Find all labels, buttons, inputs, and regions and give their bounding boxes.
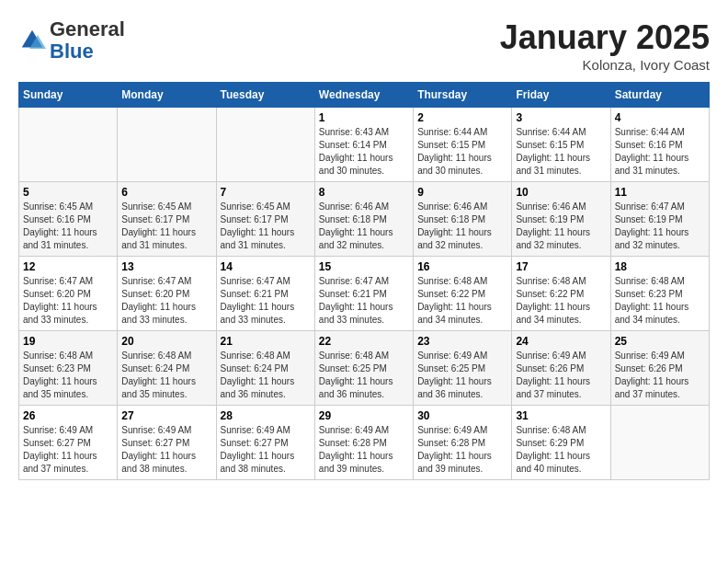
day-info: Sunrise: 6:49 AM Sunset: 6:28 PM Dayligh… [319,424,409,476]
day-info: Sunrise: 6:48 AM Sunset: 6:22 PM Dayligh… [516,275,606,327]
day-number: 16 [417,260,507,273]
day-info: Sunrise: 6:49 AM Sunset: 6:26 PM Dayligh… [615,350,705,401]
weekday-header-tuesday: Tuesday [216,83,314,108]
day-number: 5 [23,186,113,199]
day-number: 14 [221,260,311,273]
day-info: Sunrise: 6:49 AM Sunset: 6:27 PM Dayligh… [23,424,113,476]
calendar-cell: 11Sunrise: 6:47 AM Sunset: 6:19 PM Dayli… [610,182,709,257]
calendar-cell: 21Sunrise: 6:48 AM Sunset: 6:24 PM Dayli… [216,331,314,406]
day-info: Sunrise: 6:46 AM Sunset: 6:18 PM Dayligh… [417,201,507,252]
calendar-header: SundayMondayTuesdayWednesdayThursdayFrid… [19,83,710,108]
day-info: Sunrise: 6:48 AM Sunset: 6:29 PM Dayligh… [516,424,606,476]
weekday-header-saturday: Saturday [610,83,709,108]
calendar-cell: 25Sunrise: 6:49 AM Sunset: 6:26 PM Dayli… [610,331,709,406]
day-number: 22 [319,335,409,348]
calendar-cell: 6Sunrise: 6:45 AM Sunset: 6:17 PM Daylig… [118,182,216,257]
weekday-header-row: SundayMondayTuesdayWednesdayThursdayFrid… [19,83,710,108]
logo-text: General Blue [50,18,125,63]
day-info: Sunrise: 6:43 AM Sunset: 6:14 PM Dayligh… [319,126,409,178]
day-info: Sunrise: 6:48 AM Sunset: 6:24 PM Dayligh… [221,350,311,401]
calendar-cell: 26Sunrise: 6:49 AM Sunset: 6:27 PM Dayli… [19,406,118,480]
day-number: 29 [319,409,409,422]
day-info: Sunrise: 6:44 AM Sunset: 6:15 PM Dayligh… [417,126,507,178]
calendar-cell: 30Sunrise: 6:49 AM Sunset: 6:28 PM Dayli… [414,406,512,480]
calendar-cell: 16Sunrise: 6:48 AM Sunset: 6:22 PM Dayli… [414,257,512,331]
calendar-cell: 27Sunrise: 6:49 AM Sunset: 6:27 PM Dayli… [118,406,216,480]
calendar-cell: 14Sunrise: 6:47 AM Sunset: 6:21 PM Dayli… [216,257,314,331]
day-number: 25 [615,335,705,348]
day-number: 19 [23,335,113,348]
calendar-cell: 10Sunrise: 6:46 AM Sunset: 6:19 PM Dayli… [512,182,610,257]
calendar-table: SundayMondayTuesdayWednesdayThursdayFrid… [18,82,710,480]
calendar-cell: 28Sunrise: 6:49 AM Sunset: 6:27 PM Dayli… [216,406,314,480]
weekday-header-monday: Monday [118,83,216,108]
day-number: 13 [121,260,211,273]
calendar-cell [216,108,314,182]
calendar-cell: 29Sunrise: 6:49 AM Sunset: 6:28 PM Dayli… [314,406,413,480]
day-info: Sunrise: 6:44 AM Sunset: 6:15 PM Dayligh… [516,126,606,178]
calendar-body: 1Sunrise: 6:43 AM Sunset: 6:14 PM Daylig… [19,108,710,480]
logo: General Blue [18,18,125,63]
calendar-cell: 24Sunrise: 6:49 AM Sunset: 6:26 PM Dayli… [512,331,610,406]
day-number: 30 [417,409,507,422]
calendar-week-5: 26Sunrise: 6:49 AM Sunset: 6:27 PM Dayli… [19,406,710,480]
calendar-cell: 5Sunrise: 6:45 AM Sunset: 6:16 PM Daylig… [19,182,118,257]
calendar-cell: 15Sunrise: 6:47 AM Sunset: 6:21 PM Dayli… [314,257,413,331]
day-info: Sunrise: 6:46 AM Sunset: 6:18 PM Dayligh… [319,201,409,252]
day-info: Sunrise: 6:49 AM Sunset: 6:27 PM Dayligh… [221,424,311,476]
day-number: 31 [516,409,606,422]
day-info: Sunrise: 6:48 AM Sunset: 6:23 PM Dayligh… [615,275,705,327]
calendar-cell [118,108,216,182]
day-info: Sunrise: 6:47 AM Sunset: 6:20 PM Dayligh… [23,275,113,327]
logo-general: General [50,17,125,40]
day-info: Sunrise: 6:46 AM Sunset: 6:19 PM Dayligh… [516,201,606,252]
day-info: Sunrise: 6:48 AM Sunset: 6:24 PM Dayligh… [121,350,211,401]
calendar-week-4: 19Sunrise: 6:48 AM Sunset: 6:23 PM Dayli… [19,331,710,406]
day-info: Sunrise: 6:49 AM Sunset: 6:28 PM Dayligh… [417,424,507,476]
calendar-cell: 8Sunrise: 6:46 AM Sunset: 6:18 PM Daylig… [314,182,413,257]
calendar-cell: 13Sunrise: 6:47 AM Sunset: 6:20 PM Dayli… [118,257,216,331]
weekday-header-friday: Friday [512,83,610,108]
day-number: 11 [615,186,705,199]
day-info: Sunrise: 6:49 AM Sunset: 6:27 PM Dayligh… [121,424,211,476]
calendar-cell: 4Sunrise: 6:44 AM Sunset: 6:16 PM Daylig… [610,108,709,182]
calendar-cell [610,406,709,480]
day-number: 15 [319,260,409,273]
day-info: Sunrise: 6:44 AM Sunset: 6:16 PM Dayligh… [615,126,705,178]
day-number: 26 [23,409,113,422]
calendar-cell: 23Sunrise: 6:49 AM Sunset: 6:25 PM Dayli… [414,331,512,406]
weekday-header-thursday: Thursday [414,83,512,108]
day-number: 8 [319,186,409,199]
day-info: Sunrise: 6:47 AM Sunset: 6:20 PM Dayligh… [121,275,211,327]
day-number: 21 [221,335,311,348]
calendar-cell: 17Sunrise: 6:48 AM Sunset: 6:22 PM Dayli… [512,257,610,331]
day-info: Sunrise: 6:45 AM Sunset: 6:17 PM Dayligh… [121,201,211,252]
day-number: 1 [319,111,409,124]
calendar-cell [19,108,118,182]
day-number: 18 [615,260,705,273]
logo-icon [18,27,46,54]
calendar-cell: 1Sunrise: 6:43 AM Sunset: 6:14 PM Daylig… [314,108,413,182]
calendar-week-3: 12Sunrise: 6:47 AM Sunset: 6:20 PM Dayli… [19,257,710,331]
month-title: January 2025 [500,18,710,57]
day-number: 17 [516,260,606,273]
day-number: 2 [417,111,507,124]
weekday-header-wednesday: Wednesday [314,83,413,108]
day-info: Sunrise: 6:48 AM Sunset: 6:25 PM Dayligh… [319,350,409,401]
calendar-cell: 9Sunrise: 6:46 AM Sunset: 6:18 PM Daylig… [414,182,512,257]
calendar-cell: 22Sunrise: 6:48 AM Sunset: 6:25 PM Dayli… [314,331,413,406]
day-number: 28 [221,409,311,422]
day-number: 4 [615,111,705,124]
day-info: Sunrise: 6:48 AM Sunset: 6:22 PM Dayligh… [417,275,507,327]
day-number: 7 [221,186,311,199]
calendar-cell: 3Sunrise: 6:44 AM Sunset: 6:15 PM Daylig… [512,108,610,182]
calendar-week-1: 1Sunrise: 6:43 AM Sunset: 6:14 PM Daylig… [19,108,710,182]
calendar-week-2: 5Sunrise: 6:45 AM Sunset: 6:16 PM Daylig… [19,182,710,257]
day-number: 27 [121,409,211,422]
calendar-cell: 18Sunrise: 6:48 AM Sunset: 6:23 PM Dayli… [610,257,709,331]
day-number: 10 [516,186,606,199]
page-header: General Blue January 2025 Kolonza, Ivory… [18,18,710,73]
day-info: Sunrise: 6:49 AM Sunset: 6:25 PM Dayligh… [417,350,507,401]
calendar-cell: 20Sunrise: 6:48 AM Sunset: 6:24 PM Dayli… [118,331,216,406]
day-info: Sunrise: 6:47 AM Sunset: 6:21 PM Dayligh… [221,275,311,327]
